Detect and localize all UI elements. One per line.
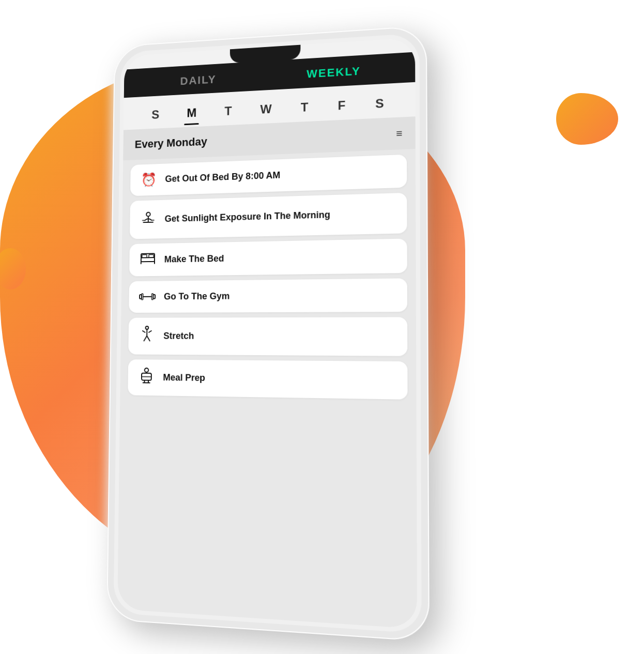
habit-list: ⏰ Get Out Of Bed By 8:00 AM bbox=[117, 149, 417, 629]
svg-rect-8 bbox=[153, 295, 155, 299]
phone-inner: DAILY WEEKLY S M T W T F S bbox=[113, 33, 421, 634]
svg-rect-1 bbox=[141, 257, 155, 262]
bg-blob-top-right bbox=[556, 93, 618, 145]
habit-item-meal-prep[interactable]: Meal Prep bbox=[128, 359, 407, 400]
phone-outer: DAILY WEEKLY S M T W T F S bbox=[106, 25, 430, 642]
stretch-icon bbox=[138, 326, 156, 346]
habit-text-get-out-of-bed: Get Out Of Bed By 8:00 AM bbox=[165, 170, 280, 185]
svg-point-10 bbox=[145, 368, 149, 372]
day-saturday[interactable]: S bbox=[371, 94, 388, 114]
habit-text-stretch: Stretch bbox=[163, 330, 194, 342]
phone-wrapper: DAILY WEEKLY S M T W T F S bbox=[106, 25, 430, 642]
dumbbell-icon bbox=[139, 289, 156, 305]
day-sunday[interactable]: S bbox=[148, 105, 163, 124]
svg-rect-5 bbox=[142, 294, 143, 300]
day-wednesday[interactable]: W bbox=[256, 100, 276, 119]
svg-point-0 bbox=[146, 212, 150, 217]
tab-daily[interactable]: DAILY bbox=[133, 70, 265, 90]
scene: DAILY WEEKLY S M T W T F S bbox=[0, 0, 644, 654]
meal-prep-icon bbox=[137, 368, 155, 388]
day-friday[interactable]: F bbox=[333, 96, 349, 115]
habit-item-sunlight[interactable]: Get Sunlight Exposure In The Morning bbox=[130, 193, 407, 239]
section-title: Every Monday bbox=[135, 135, 207, 151]
habit-item-make-bed[interactable]: Make The Bed bbox=[129, 238, 407, 276]
habit-text-gym: Go To The Gym bbox=[164, 291, 229, 303]
menu-icon[interactable]: ≡ bbox=[396, 127, 402, 140]
tab-weekly[interactable]: WEEKLY bbox=[265, 62, 404, 83]
phone-screen: DAILY WEEKLY S M T W T F S bbox=[117, 38, 417, 629]
sunlight-icon bbox=[140, 210, 157, 229]
habit-item-get-out-of-bed[interactable]: ⏰ Get Out Of Bed By 8:00 AM bbox=[130, 155, 407, 196]
habit-text-sunlight: Get Sunlight Exposure In The Morning bbox=[165, 209, 330, 225]
day-thursday[interactable]: T bbox=[297, 98, 313, 117]
content-area: Every Monday ≡ ⏰ Get Out Of Bed By 8:00 … bbox=[117, 116, 417, 629]
habit-text-make-bed: Make The Bed bbox=[164, 253, 224, 266]
day-tuesday[interactable]: T bbox=[221, 102, 236, 120]
habit-item-gym[interactable]: Go To The Gym bbox=[129, 278, 407, 313]
bed-icon bbox=[139, 251, 157, 268]
alarm-clock-icon: ⏰ bbox=[140, 172, 158, 188]
day-monday[interactable]: M bbox=[183, 103, 201, 122]
habit-item-stretch[interactable]: Stretch bbox=[128, 317, 407, 356]
habit-text-meal-prep: Meal Prep bbox=[163, 372, 205, 384]
